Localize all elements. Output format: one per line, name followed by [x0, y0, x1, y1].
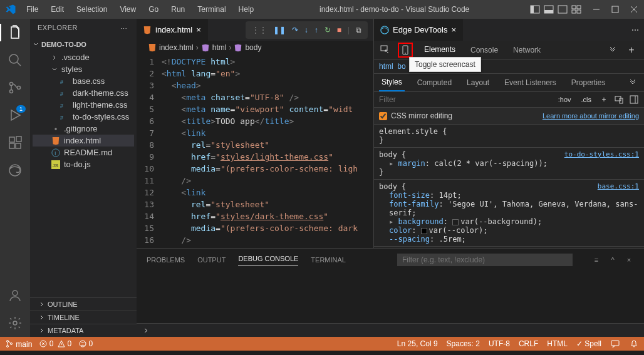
menu-edit[interactable]: Edit — [46, 3, 69, 16]
panel-tab-problems[interactable]: PROBLEMS — [147, 256, 185, 264]
search-icon[interactable] — [8, 53, 23, 68]
panel-tab-terminal[interactable]: TERMINAL — [311, 256, 346, 264]
panel-settings-icon[interactable]: ≡ — [591, 255, 601, 265]
styles-tab-event-listeners[interactable]: Event Listeners — [502, 75, 559, 91]
file-README-md[interactable]: iREADME.md — [33, 147, 134, 158]
file-index-html[interactable]: index.html — [33, 135, 134, 147]
cursor-position[interactable]: Ln 25, Col 9 — [397, 339, 438, 348]
devtools-tab-network[interactable]: Network — [507, 42, 547, 58]
extensions-icon[interactable] — [8, 135, 23, 150]
debug-pause-icon[interactable]: ❚❚ — [273, 26, 286, 34]
file-to-do-styles-css[interactable]: #to-do-styles.css — [33, 111, 134, 123]
more-actions-icon[interactable]: ⋯ — [631, 26, 639, 34]
section-timeline[interactable]: TIMELINE — [30, 311, 137, 324]
debug-step-into-icon[interactable]: ↓ — [304, 26, 308, 34]
code-content[interactable]: <!DOCTYPE html> <html lang="en"> <head> … — [162, 54, 373, 248]
menu-file[interactable]: File — [21, 3, 43, 16]
file-to-do-js[interactable]: JSto-do.js — [33, 158, 134, 170]
editor-breadcrumb-bottom[interactable] — [137, 323, 644, 337]
breadcrumb-item[interactable]: body — [234, 43, 261, 52]
maximize-icon[interactable] — [610, 4, 620, 14]
devtools-tab-console[interactable]: Console — [464, 42, 504, 58]
section-metadata[interactable]: METADATA — [30, 324, 137, 337]
file-base-css[interactable]: #base.css — [33, 75, 134, 87]
tab-close-icon[interactable]: × — [451, 25, 456, 34]
css-source-link[interactable]: to-do-styles.css:1 — [564, 150, 639, 158]
breadcrumb-item[interactable]: index.html — [148, 43, 194, 52]
add-tab-icon[interactable]: + — [626, 45, 636, 55]
panel-maximize-icon[interactable]: ^ — [608, 255, 618, 265]
layout-sidebar-left-icon[interactable] — [530, 4, 540, 14]
menu-help[interactable]: Help — [234, 3, 259, 16]
tab-close-icon[interactable]: × — [196, 25, 201, 34]
file-light-theme-css[interactable]: #light-theme.css — [33, 99, 134, 111]
explorer-icon[interactable] — [8, 25, 23, 40]
styles-filter-input[interactable] — [379, 95, 551, 104]
edge-icon[interactable] — [8, 163, 23, 178]
debug-drag-icon[interactable]: ⋮⋮ — [252, 26, 267, 34]
cls-toggle[interactable]: .cls — [579, 95, 595, 105]
port-indicator[interactable]: 0 — [79, 339, 93, 348]
errors-warnings[interactable]: 0 0 — [39, 339, 71, 348]
hov-toggle[interactable]: :hov — [556, 95, 574, 105]
minimize-icon[interactable] — [591, 4, 601, 14]
feedback-icon[interactable] — [610, 339, 620, 349]
close-icon[interactable] — [629, 4, 639, 14]
breadcrumb-item[interactable]: html — [201, 43, 227, 52]
notifications-icon[interactable] — [629, 339, 639, 349]
more-styles-tabs-icon[interactable] — [626, 75, 639, 90]
panel-close-icon[interactable]: × — [624, 255, 634, 265]
debug-open-browser-icon[interactable]: ⧉ — [356, 26, 361, 34]
menu-terminal[interactable]: Terminal — [192, 3, 231, 16]
more-icon[interactable]: ⋯ — [119, 24, 129, 34]
menu-run[interactable]: Run — [166, 3, 190, 16]
tab-index-html[interactable]: index.html × — [137, 19, 208, 41]
layout-custom-icon[interactable] — [571, 4, 581, 14]
layout-panel-icon[interactable] — [544, 4, 554, 14]
file--gitignore[interactable]: .gitignore — [33, 123, 134, 135]
styles-tab-properties[interactable]: Properties — [569, 75, 608, 91]
code-editor[interactable]: 12345678910111213141516171819 <!DOCTYPE … — [137, 54, 373, 248]
mirror-editing-checkbox[interactable]: CSS mirror editing — [379, 111, 452, 120]
debug-restart-icon[interactable]: ↻ — [325, 26, 331, 34]
account-icon[interactable] — [8, 288, 23, 303]
debug-step-out-icon[interactable]: ↑ — [314, 26, 318, 34]
menu-view[interactable]: View — [115, 3, 141, 16]
mirror-learn-more-link[interactable]: Learn more about mirror editing — [543, 112, 639, 120]
panel-tab-debug-console[interactable]: DEBUG CONSOLE — [238, 255, 298, 265]
inspect-element-icon[interactable] — [378, 43, 393, 58]
panel-filter-input[interactable] — [397, 254, 573, 266]
debug-step-over-icon[interactable]: ↷ — [292, 26, 298, 34]
breadcrumb[interactable]: index.html› html› body — [137, 41, 373, 54]
layout-sidebar-right-icon[interactable] — [558, 4, 568, 14]
styles-tab-styles[interactable]: Styles — [379, 74, 405, 91]
folder-styles[interactable]: styles — [33, 63, 134, 75]
run-debug-icon[interactable]: 1 — [8, 108, 23, 123]
devtools-tab-elements[interactable]: Elements — [418, 41, 462, 59]
styles-tab-layout[interactable]: Layout — [464, 75, 492, 91]
folder--vscode[interactable]: .vscode — [33, 51, 134, 63]
language-mode[interactable]: HTML — [547, 339, 568, 348]
device-icon[interactable] — [614, 95, 624, 105]
panel-tab-output[interactable]: OUTPUT — [197, 256, 226, 264]
menu-go[interactable]: Go — [143, 3, 164, 16]
toggle-screencast-icon[interactable] — [398, 43, 413, 58]
new-style-icon[interactable]: + — [599, 95, 609, 105]
file-dark-theme-css[interactable]: #dark-theme.css — [33, 87, 134, 99]
explorer-root[interactable]: DEMO-TO-DO — [30, 39, 137, 50]
css-source-link[interactable]: base.css:1 — [598, 182, 639, 190]
encoding[interactable]: UTF-8 — [489, 339, 510, 348]
source-control-icon[interactable] — [8, 80, 23, 95]
debug-stop-icon[interactable]: ■ — [337, 26, 341, 34]
more-tabs-icon[interactable] — [608, 45, 618, 55]
eol[interactable]: CRLF — [519, 339, 538, 348]
css-rules[interactable]: element.style {}to-do-styles.css:1body {… — [374, 125, 644, 248]
gear-icon[interactable] — [8, 316, 23, 331]
branch-indicator[interactable]: main — [5, 339, 32, 349]
spell-check[interactable]: ✓ Spell — [576, 339, 601, 348]
section-outline[interactable]: OUTLINE — [30, 297, 137, 311]
menu-selection[interactable]: Selection — [71, 3, 112, 16]
toggle-panel-icon[interactable] — [629, 95, 639, 105]
tab-edge-devtools[interactable]: Edge DevTools × — [374, 19, 463, 41]
styles-tab-computed[interactable]: Computed — [415, 75, 454, 91]
